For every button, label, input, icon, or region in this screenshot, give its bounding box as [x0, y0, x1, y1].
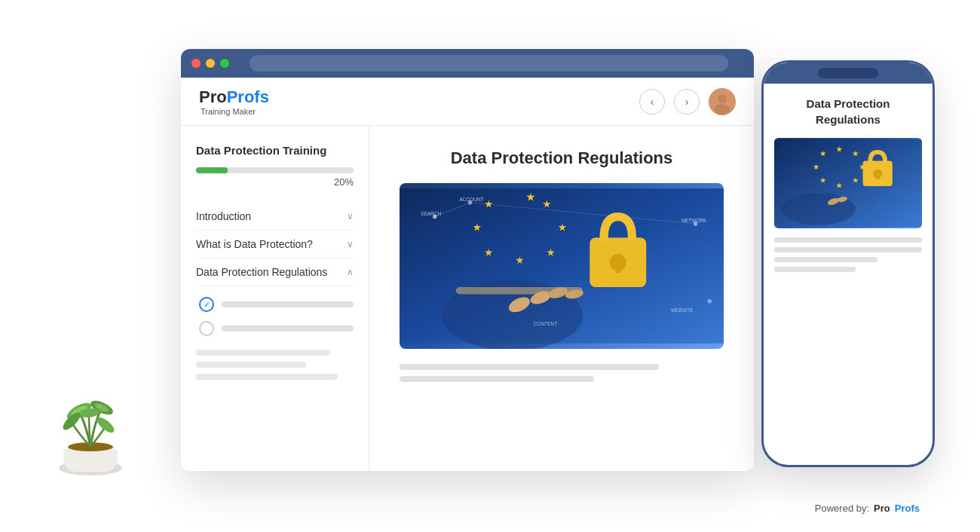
powered-logo-pro: Pro	[874, 503, 890, 514]
progress-container: 20%	[196, 167, 354, 188]
powered-by: Powered by: ProProfs	[815, 503, 920, 514]
phone-line-3	[774, 257, 877, 262]
menu-item-data-protection[interactable]: What is Data Protection? ∨	[196, 231, 354, 258]
svg-point-37	[708, 299, 712, 304]
scene: Pro Profs Training Maker ‹ ›	[0, 0, 980, 532]
chevron-up-icon: ∧	[347, 267, 354, 277]
plant-decoration	[45, 351, 136, 487]
svg-point-10	[81, 412, 83, 414]
footer-line-1	[400, 364, 659, 370]
submenu-regulations	[196, 286, 354, 341]
phone-content: Data Protection Regulations	[764, 84, 933, 465]
content-title: Data Protection Regulations	[400, 148, 724, 168]
footer-line-2	[400, 376, 594, 382]
browser-content: Pro Profs Training Maker ‹ ›	[181, 78, 754, 471]
svg-point-14	[715, 104, 730, 115]
fullscreen-dot[interactable]	[220, 59, 229, 68]
logo-subtitle: Training Maker	[201, 107, 269, 116]
content-image: SEARCH ACCOUNT NETWORK WEBSITE CONTENT	[400, 183, 724, 349]
placeholder-lines	[196, 350, 354, 380]
svg-text:NETWORK: NETWORK	[681, 218, 707, 223]
chevron-down-icon-2: ∨	[347, 239, 354, 249]
svg-rect-48	[875, 173, 880, 179]
progress-bar-bg	[196, 167, 354, 173]
phone-title: Data Protection Regulations	[774, 96, 922, 127]
phone-notch	[764, 63, 933, 84]
svg-point-13	[718, 94, 727, 103]
svg-point-9	[74, 409, 77, 412]
logo-profs: Profs	[227, 87, 269, 107]
menu-item-introduction-label: Introduction	[196, 210, 251, 222]
powered-by-label: Powered by:	[815, 503, 869, 514]
phone-line-1	[774, 237, 922, 243]
svg-text:WEBSITE: WEBSITE	[671, 307, 694, 313]
svg-text:ACCOUNT: ACCOUNT	[459, 197, 483, 202]
avatar	[709, 88, 736, 115]
submenu-item-2[interactable]	[199, 316, 354, 341]
url-bar[interactable]	[250, 55, 728, 72]
logo-pro: Pro	[199, 87, 227, 107]
phone-lines	[774, 237, 922, 272]
header-nav: ‹ ›	[639, 88, 736, 115]
minimize-dot[interactable]	[206, 59, 215, 68]
submenu-item-1[interactable]	[199, 292, 354, 316]
powered-logo-profs: Profs	[895, 503, 920, 514]
logo: Pro Profs Training Maker	[199, 87, 269, 116]
check-empty-icon	[199, 321, 214, 336]
chevron-down-icon: ∨	[347, 211, 354, 222]
prev-button[interactable]: ‹	[639, 89, 665, 115]
svg-point-11	[98, 405, 101, 408]
sidebar: Data Protection Training 20% Introductio…	[181, 126, 369, 471]
phone-notch-bar	[818, 68, 878, 78]
main-content: Data Protection Regulations	[369, 126, 754, 471]
svg-rect-25	[615, 262, 620, 273]
phone-image	[774, 138, 922, 228]
app-body: Data Protection Training 20% Introductio…	[181, 126, 754, 471]
menu-item-introduction[interactable]: Introduction ∨	[196, 203, 354, 231]
browser-window: Pro Profs Training Maker ‹ ›	[181, 49, 754, 471]
submenu-line-1	[222, 301, 354, 307]
app-header: Pro Profs Training Maker ‹ ›	[181, 78, 754, 126]
placeholder-line-2	[196, 362, 306, 368]
svg-text:SEARCH: SEARCH	[421, 211, 442, 216]
svg-text:CONTENT: CONTENT	[534, 321, 558, 326]
phone-line-2	[774, 247, 922, 252]
content-footer-lines	[400, 364, 724, 382]
sidebar-title: Data Protection Training	[196, 144, 354, 157]
phone-mockup: Data Protection Regulations	[761, 60, 935, 467]
progress-text: 20%	[196, 176, 354, 188]
progress-bar-fill	[196, 167, 228, 173]
close-dot[interactable]	[191, 59, 201, 68]
menu-item-data-protection-label: What is Data Protection?	[196, 238, 313, 250]
menu-item-regulations[interactable]: Data Protection Regulations ∧	[196, 258, 354, 286]
phone-line-4	[774, 267, 856, 272]
placeholder-line-3	[196, 374, 338, 380]
menu-item-regulations-label: Data Protection Regulations	[196, 266, 327, 278]
placeholder-line-1	[196, 350, 330, 356]
submenu-line-2	[222, 326, 354, 332]
browser-titlebar	[181, 49, 754, 78]
check-done-icon	[199, 297, 214, 312]
next-button[interactable]: ›	[674, 89, 700, 115]
